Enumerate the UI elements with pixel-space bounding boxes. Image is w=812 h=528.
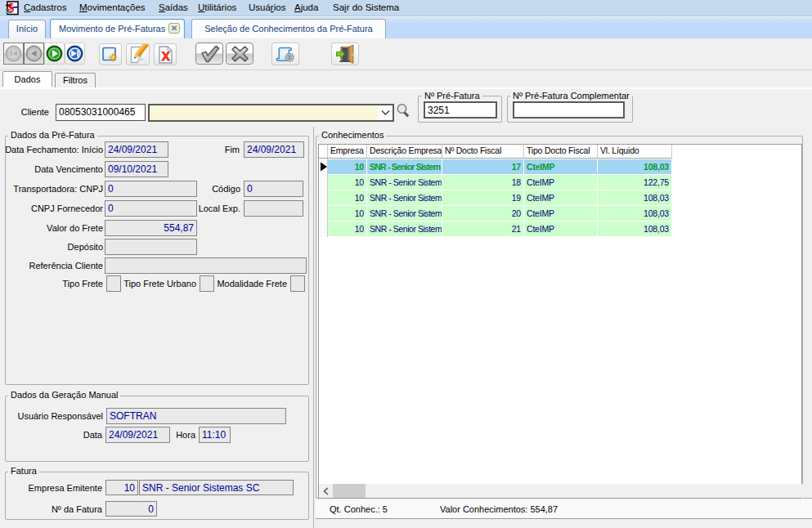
svg-text:$: $ [7,1,14,15]
